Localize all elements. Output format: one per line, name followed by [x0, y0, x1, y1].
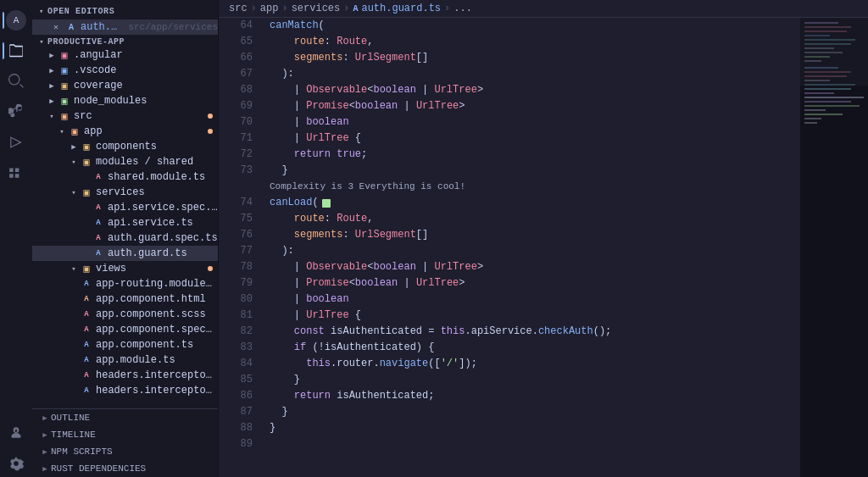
tree-item-app-module[interactable]: ▶ A app.module.ts: [32, 352, 218, 368]
extensions-icon[interactable]: [3, 159, 30, 186]
tree-item-app-scss[interactable]: ▶ A app.component.scss: [32, 307, 218, 322]
tree-item-modules[interactable]: ▾ ▣ modules / shared: [32, 154, 218, 169]
breadcrumb-file-icon: A: [353, 4, 358, 14]
app-ts-label: app.component.ts: [96, 339, 193, 351]
arrow-components: ▶: [68, 142, 80, 152]
breadcrumb: src › app › services › A auth.guard.ts ›…: [219, 0, 868, 18]
code-line-72: return true;: [270, 147, 800, 163]
components-folder-icon: ▣: [80, 140, 93, 153]
code-line-66: segments: UrlSegment[]: [270, 50, 800, 66]
tree-item-routing[interactable]: ▶ A app-routing.module.ts: [32, 276, 218, 291]
tree-item-vscode[interactable]: ▶ ▣ .vscode: [32, 63, 218, 78]
code-editor[interactable]: canMatch( route: Route, segments: UrlSeg…: [261, 18, 800, 477]
folder-vscode-label: .vscode: [74, 64, 116, 76]
run-icon[interactable]: [3, 129, 30, 156]
vscode-folder-icon: ▣: [58, 64, 71, 77]
rust-label: RUST DEPENDENCIES: [51, 463, 146, 474]
svg-rect-20: [804, 105, 860, 107]
code-line-77: ):: [270, 243, 800, 259]
services-folder-icon: ▣: [80, 186, 93, 199]
open-file-path: src/app/services: [128, 22, 218, 32]
npm-arrow: ▶: [39, 447, 51, 457]
project-name: PRODUCTIVE-APP: [47, 37, 125, 47]
tree-item-headers[interactable]: ▶ A headers.interceptor.ts: [32, 383, 218, 398]
tree-item-angular[interactable]: ▶ ▣ .angular: [32, 47, 218, 63]
code-line-81: | UrlTree {: [270, 308, 800, 324]
rust-arrow: ▶: [39, 464, 51, 474]
routing-icon: A: [80, 277, 93, 291]
close-icon[interactable]: ✕: [49, 20, 63, 34]
auth-guard-icon: A: [92, 247, 105, 260]
breadcrumb-sep1: ›: [251, 3, 257, 14]
accounts-icon[interactable]: [3, 419, 30, 446]
code-line-64: canMatch(: [270, 18, 800, 34]
app-scss-label: app.component.scss: [96, 308, 206, 320]
avatar-icon[interactable]: A: [3, 7, 30, 34]
minimap-svg: [800, 18, 868, 272]
coverage-folder-icon: ▣: [58, 79, 71, 92]
tree-item-api-service[interactable]: ▶ A api.service.ts: [32, 215, 218, 230]
outline-arrow: ▶: [39, 413, 51, 423]
routing-label: app-routing.module.ts: [96, 278, 218, 290]
code-line-80: | boolean: [270, 291, 800, 308]
folder-node-label: node_modules: [74, 95, 147, 107]
outline-section[interactable]: ▶ OUTLINE: [32, 409, 218, 426]
tree-item-node-modules[interactable]: ▶ ▣ node_modules: [32, 93, 218, 108]
open-file-name: auth.guard.ts: [81, 21, 123, 33]
arrow-coverage: ▶: [46, 81, 58, 91]
tree-item-components[interactable]: ▶ ▣ components: [32, 139, 218, 154]
svg-rect-23: [804, 118, 821, 119]
tree-item-auth-spec[interactable]: ▶ A auth.guard.spec.ts: [32, 230, 218, 246]
activity-bar: A: [0, 0, 32, 477]
git-icon[interactable]: [3, 98, 30, 125]
project-root[interactable]: ▾ PRODUCTIVE-APP: [32, 36, 218, 47]
arrow-app: ▾: [56, 127, 68, 136]
tree-item-api-spec[interactable]: ▶ A api.service.spec.ts: [32, 200, 218, 215]
tree-item-coverage[interactable]: ▶ ▣ coverage: [32, 78, 218, 93]
api-service-label: api.service.ts: [108, 217, 193, 229]
code-area: 64 65 66 67 68 69 70 71 72 73 74 74 75 7…: [219, 18, 868, 477]
tree-item-headers-spec[interactable]: ▶ A headers.interceptor.spec.ts: [32, 368, 218, 383]
svg-rect-24: [804, 122, 817, 124]
shared-module-file-icon: A: [92, 170, 105, 184]
views-folder-icon: ▣: [80, 262, 93, 275]
explorer-icon[interactable]: [3, 37, 30, 64]
tree-item-app-html[interactable]: ▶ A app.component.html: [32, 291, 218, 307]
tree-item-app-spec[interactable]: ▶ A app.component.spec.ts: [32, 322, 218, 337]
arrow-node: ▶: [46, 97, 58, 106]
npm-section[interactable]: ▶ NPM SCRIPTS: [32, 443, 218, 460]
tree-item-app[interactable]: ▾ ▣ app: [32, 124, 218, 139]
breadcrumb-ellipsis: ...: [453, 3, 472, 14]
tree-item-services[interactable]: ▾ ▣ services: [32, 185, 218, 200]
breadcrumb-services: services: [292, 3, 341, 14]
auth-spec-icon: A: [92, 231, 105, 245]
tree-item-auth-guard[interactable]: ▶ A auth.guard.ts: [32, 246, 218, 261]
breadcrumb-sep4: ›: [444, 3, 450, 14]
app-folder-icon: ▣: [68, 125, 81, 138]
tree-item-views[interactable]: ▾ ▣ views: [32, 261, 218, 276]
headers-spec-icon: A: [80, 369, 93, 382]
arrow-views: ▾: [68, 264, 80, 274]
breadcrumb-sep3: ›: [343, 3, 349, 14]
code-line-65: route: Route,: [270, 34, 800, 50]
settings-icon[interactable]: [3, 450, 30, 477]
tree-item-app-ts[interactable]: ▶ A app.component.ts: [32, 337, 218, 352]
open-editors-header: ▾ OPEN EDITORS: [32, 0, 218, 19]
sidebar-bottom: ▶ OUTLINE ▶ TIMELINE ▶ NPM SCRIPTS ▶ RUS…: [32, 408, 218, 477]
svg-rect-21: [804, 109, 826, 111]
src-folder-icon: ▣: [58, 109, 71, 123]
code-line-67: ):: [270, 66, 800, 82]
tree-item-src[interactable]: ▾ ▣ src: [32, 108, 218, 124]
timeline-section[interactable]: ▶ TIMELINE: [32, 426, 218, 443]
tree-item-shared-module[interactable]: ▶ A shared.module.ts: [32, 169, 218, 185]
open-editor-file[interactable]: ✕ A auth.guard.ts src/app/services: [32, 19, 218, 35]
app-spec-icon: A: [80, 323, 93, 336]
code-line-85: }: [270, 372, 800, 388]
breadcrumb-app: app: [260, 3, 279, 14]
app-module-icon: A: [80, 353, 93, 367]
search-icon[interactable]: [3, 68, 30, 95]
rust-section[interactable]: ▶ RUST DEPENDENCIES: [32, 460, 218, 477]
svg-rect-17: [804, 92, 834, 94]
code-line-88: }: [270, 420, 800, 436]
headers-icon: A: [80, 384, 93, 397]
